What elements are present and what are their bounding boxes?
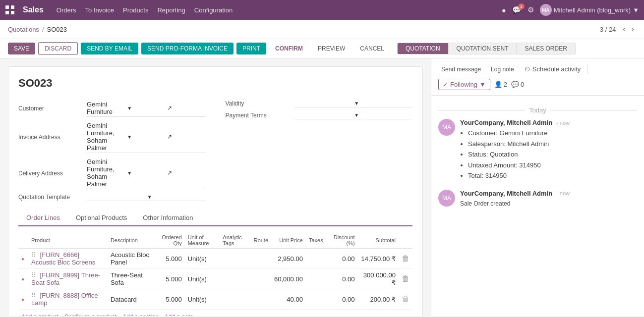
customer-field-group: Customer Gemini Furniture ▼ ↗ [18,100,206,117]
breadcrumb-parent[interactable]: Quotations [8,26,39,33]
preview-button[interactable]: PREVIEW [312,43,351,54]
invoice-address-input[interactable]: Gemini Furniture, Soham Palmer ▼ ↗ [87,121,206,153]
support-icon[interactable]: ● [502,6,506,14]
customer-external-link-icon[interactable]: ↗ [167,105,205,111]
row-qty[interactable]: 5.000 [154,249,185,269]
row-delete[interactable]: 🗑 [399,269,412,289]
save-button[interactable]: SAVE [8,43,35,54]
cancel-button[interactable]: CANCEL [354,43,390,54]
row-dot: ● [18,269,28,289]
following-button[interactable]: ✓ Following ▼ [438,79,490,90]
send-email-button[interactable]: SEND BY EMAIL [81,43,138,54]
tab-order-lines[interactable]: Order Lines [18,210,68,226]
follower-count[interactable]: 👤 2 [494,81,507,88]
row-qty[interactable]: 5.000 [154,269,185,289]
nav-reporting[interactable]: Reporting [157,6,185,14]
delivery-address-input[interactable]: Gemini Furniture, Soham Palmer ▼ ↗ [87,157,206,189]
quotation-template-input[interactable]: ▼ [87,193,206,201]
list-item: Untaxed Amount: 314950 [468,160,637,170]
settings-icon[interactable]: ⚙ [527,5,534,14]
customer-input[interactable]: Gemini Furniture ▼ ↗ [87,100,206,117]
nav-orders[interactable]: Orders [57,6,76,14]
row-route[interactable] [251,269,271,289]
form-card: SO023 Customer Gemini Furniture ▼ ↗ Invo… [8,66,423,316]
row-qty[interactable]: 5.000 [154,289,185,310]
list-item: Salesperson: Mitchell Admin [468,139,637,149]
drag-handle-icon[interactable]: ⠿ [31,251,36,259]
configure-product-link[interactable]: Configure a product [64,314,117,316]
user-menu[interactable]: MA Mitchell Admin (blog_work) ▼ [540,4,639,16]
log-note-button[interactable]: Log note [488,64,517,75]
col-subtotal-header: Subtotal [358,232,399,249]
confirm-button[interactable]: CONFIRM [269,43,309,54]
row-dot: ● [18,249,28,269]
nav-to-invoice[interactable]: To Invoice [85,6,115,14]
nav-prev-icon[interactable]: ‹ [621,24,627,35]
row-unit-price[interactable]: 40.00 [271,289,306,310]
row-taxes[interactable] [306,269,326,289]
form-col-left: Customer Gemini Furniture ▼ ↗ Invoice Ad… [18,100,206,205]
nav-products[interactable]: Products [123,6,148,14]
row-analytic[interactable] [220,249,250,269]
row-product[interactable]: ⠿ [FURN_8888] Office Lamp [28,289,108,310]
following-check-icon: ✓ [443,81,448,88]
row-uom[interactable]: Unit(s) [185,289,220,310]
form-title: SO023 [18,77,412,90]
row-taxes[interactable] [306,289,326,310]
messages-icon[interactable]: 💬 1 [512,5,522,14]
status-quotation[interactable]: QUOTATION [397,43,448,54]
message-author: YourCompany, Mitchell Admin [460,119,552,126]
row-discount[interactable]: 0.00 [326,289,358,310]
status-quotation-sent[interactable]: QUOTATION SENT [448,43,517,54]
breadcrumb-separator: / [42,26,44,33]
row-delete[interactable]: 🗑 [399,249,412,269]
row-taxes[interactable] [306,249,326,269]
add-section-link[interactable]: Add a section [122,314,159,316]
svg-rect-3 [11,11,14,14]
nav-configuration[interactable]: Configuration [194,6,233,14]
row-analytic[interactable] [220,269,250,289]
row-discount[interactable]: 0.00 [326,249,358,269]
row-unit-price[interactable]: 2,950.00 [271,249,306,269]
row-route[interactable] [251,249,271,269]
table-row: ● ⠿ [FURN_6666] Acoustic Bloc Screens Ac… [18,249,412,269]
send-proforma-button[interactable]: SEND PRO-FORMA INVOICE [141,43,234,54]
row-subtotal: 14,750.00 ₹ [358,249,399,269]
following-label: Following [450,81,477,88]
message-header: YourCompany, Mitchell Admin - now [460,119,637,126]
delivery-address-external-link-icon[interactable]: ↗ [167,169,205,176]
row-unit-price[interactable]: 60,000.00 [271,269,306,289]
row-product[interactable]: ⠿ [FURN_8999] Three-Seat Sofa [28,269,108,289]
tab-other-information[interactable]: Other Information [135,210,201,226]
row-product[interactable]: ⠿ [FURN_6666] Acoustic Bloc Screens [28,249,108,269]
validity-field-group: Validity ▼ [226,100,413,107]
add-note-link[interactable]: Add a note [165,314,193,316]
nav-next-icon[interactable]: › [630,24,636,35]
tab-optional-products[interactable]: Optional Products [68,210,135,226]
row-discount[interactable]: 0.00 [326,269,358,289]
drag-handle-icon[interactable]: ⠿ [31,271,36,279]
row-route[interactable] [251,289,271,310]
schedule-activity-button[interactable]: ⏲ Schedule activity [521,63,584,75]
breadcrumb-bar: Quotations / SO023 3 / 24 ‹ › [0,20,644,39]
add-product-link[interactable]: Add a product [21,314,59,316]
person-icon: 👤 [494,81,502,88]
comment-count[interactable]: 💬 0 [511,81,524,88]
row-uom[interactable]: Unit(s) [185,249,220,269]
row-analytic[interactable] [220,289,250,310]
invoice-address-external-link-icon[interactable]: ↗ [167,133,205,140]
payment-terms-input[interactable]: ▼ [294,111,413,119]
row-description: Acoustic Bloc Panel [108,249,154,269]
drag-handle-icon[interactable]: ⠿ [31,292,36,299]
print-button[interactable]: PRINT [236,43,266,54]
message-item: MA YourCompany, Mitchell Admin - now Cus… [438,119,637,182]
send-message-button[interactable]: Send message [438,64,484,75]
payment-terms-field-group: Payment Terms ▼ [226,111,413,119]
discard-button[interactable]: DISCARD [38,42,78,55]
order-tabs: Order Lines Optional Products Other Info… [18,210,412,226]
app-grid-icon[interactable] [5,5,15,15]
validity-input[interactable]: ▼ [294,100,413,107]
status-sales-order[interactable]: SALES ORDER [516,43,575,54]
row-delete[interactable]: 🗑 [399,289,412,310]
row-uom[interactable]: Unit(s) [185,269,220,289]
